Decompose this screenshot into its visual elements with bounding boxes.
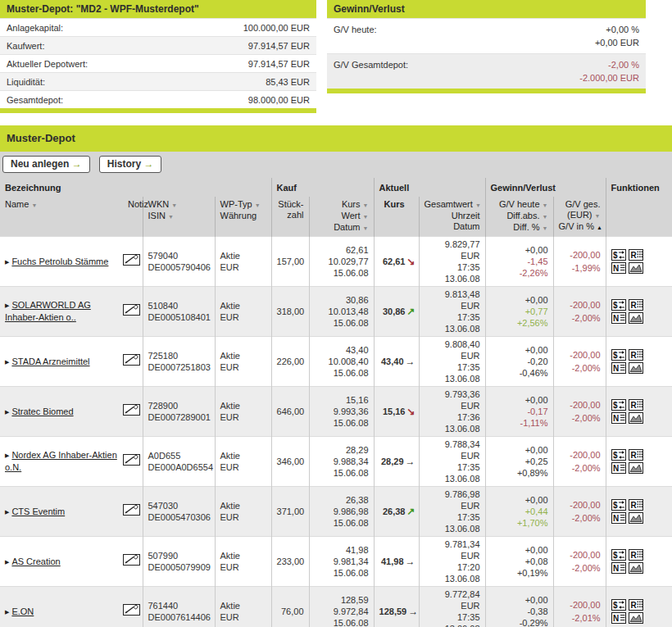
order-icon[interactable]: $ <box>611 499 626 511</box>
news-icon[interactable]: N <box>611 512 626 524</box>
order-icon[interactable]: $ <box>611 249 626 261</box>
chart-icon[interactable] <box>629 512 643 524</box>
realtime-quote-icon[interactable]: R <box>629 549 643 561</box>
position-row: ▶Fuchs Petrolub Stämme 579040 DE00057904… <box>0 237 672 287</box>
col-header-wptyp[interactable]: WP-Typ ▼ Währung <box>215 197 271 237</box>
note-edit-icon[interactable] <box>123 454 141 469</box>
chart-icon[interactable] <box>629 612 643 624</box>
col-header-stueckzahl: Stück- zahl <box>271 197 309 237</box>
wp-typ: Aktie <box>220 500 266 511</box>
new-depot-button[interactable]: Neu anlegen → <box>2 156 90 173</box>
note-edit-icon[interactable] <box>123 604 141 619</box>
news-icon[interactable]: N <box>611 412 626 424</box>
position-row: ▶STADA Arzneimittel 725180 DE0007251803 … <box>0 337 672 387</box>
svg-text:N: N <box>613 464 619 473</box>
realtime-quote-icon[interactable]: R <box>629 499 643 511</box>
order-icon[interactable]: $ <box>611 449 626 461</box>
order-icon[interactable]: $ <box>611 549 626 561</box>
col-header-gesamtwert[interactable]: Gesamtwert ▼ Uhrzeit Datum <box>419 197 485 237</box>
chart-icon[interactable] <box>629 462 643 474</box>
realtime-quote-icon[interactable]: R <box>629 599 643 611</box>
note-edit-icon[interactable] <box>123 254 141 269</box>
col-header-gv-heute[interactable]: G/V heute ▼ Diff.abs. ▼ Diff. % ▼ <box>485 197 553 237</box>
depot-summary-panel: Muster-Depot: "MD2 - WPF-Musterdepot" An… <box>0 0 316 113</box>
news-icon[interactable]: N <box>611 462 626 474</box>
diff-abs: +0,77 <box>491 306 548 317</box>
expand-caret-icon[interactable]: ▶ <box>5 452 9 458</box>
stueckzahl: 226,00 <box>271 337 309 387</box>
col-header-gv-ges[interactable]: G/V ges. (EUR) ▼ G/V in % ▲ <box>553 197 606 237</box>
uhrzeit: 17:35 <box>425 261 480 273</box>
news-icon[interactable]: N <box>611 612 626 624</box>
news-icon[interactable]: N <box>611 262 626 274</box>
realtime-quote-icon[interactable]: R <box>629 299 643 311</box>
positions-table: Bezeichnung Kauf Aktuell Gewinn/Verlust … <box>0 178 672 627</box>
chart-icon[interactable] <box>629 362 643 374</box>
position-link[interactable]: SOLARWORLD AG Inhaber-Aktien o.. <box>5 300 91 322</box>
gain-loss-label: G/V Gesamtdepot: <box>334 58 408 84</box>
order-icon[interactable]: $ <box>611 599 626 611</box>
wkn: 510840 <box>148 300 210 311</box>
expand-caret-icon[interactable]: ▶ <box>5 359 9 365</box>
realtime-quote-icon[interactable]: R <box>629 249 643 261</box>
svg-text:R: R <box>630 451 637 460</box>
kurs-aktuell: 30,86 <box>383 307 406 316</box>
order-icon[interactable]: $ <box>611 349 626 361</box>
note-edit-icon[interactable] <box>123 404 141 419</box>
kauf-wert: 10.029,77 <box>315 256 369 267</box>
chart-icon[interactable] <box>629 262 643 274</box>
wp-typ: Aktie <box>220 250 266 261</box>
position-link[interactable]: CTS Eventim <box>11 507 65 516</box>
news-icon[interactable]: N <box>611 562 626 574</box>
position-link[interactable]: STADA Arzneimittel <box>11 357 89 366</box>
col-header-kauf-kurs[interactable]: Kurs ▼ Wert ▼ Datum ▼ <box>309 197 374 237</box>
position-link[interactable]: AS Creation <box>11 557 60 566</box>
kauf-datum: 15.06.08 <box>315 367 369 379</box>
expand-caret-icon[interactable]: ▶ <box>5 259 9 265</box>
kauf-wert: 9.972,84 <box>315 606 369 617</box>
position-link[interactable]: Fuchs Petrolub Stämme <box>11 257 108 266</box>
position-link[interactable]: Stratec Biomed <box>11 407 73 416</box>
gain-loss-amount: -2.000,00 EUR <box>579 71 639 84</box>
history-button[interactable]: History → <box>99 156 162 173</box>
realtime-quote-icon[interactable]: R <box>629 349 643 361</box>
stueckzahl: 76,00 <box>271 587 309 627</box>
chart-icon[interactable] <box>629 562 643 574</box>
chart-icon[interactable] <box>629 412 643 424</box>
note-edit-icon[interactable] <box>123 304 141 319</box>
kauf-datum: 15.06.08 <box>315 467 369 479</box>
datum: 13.06.08 <box>425 273 480 284</box>
col-header-wkn-isin[interactable]: WKN ▼ ISIN ▼ <box>143 197 215 237</box>
realtime-quote-icon[interactable]: R <box>629 449 643 461</box>
news-icon[interactable]: N <box>611 312 626 324</box>
expand-caret-icon[interactable]: ▶ <box>5 509 9 515</box>
expand-caret-icon[interactable]: ▶ <box>5 302 9 308</box>
news-icon[interactable]: N <box>611 362 626 374</box>
gv-ges-pct: -1,99% <box>559 261 601 275</box>
svg-text:R: R <box>630 401 637 410</box>
summary-row: Gesamtdepot: 98.000,00 EUR <box>0 90 316 108</box>
gesamtwert: 9.793,36 EUR <box>425 388 480 411</box>
expand-caret-icon[interactable]: ▶ <box>5 559 9 565</box>
isin: DE0007614406 <box>148 611 210 623</box>
col-header-name[interactable]: Name ▼ <box>0 197 123 237</box>
note-edit-icon[interactable] <box>123 504 141 519</box>
position-link[interactable]: Nordex AG Inhaber-Aktien o.N. <box>5 450 117 472</box>
position-link[interactable]: E.ON <box>11 607 34 616</box>
note-edit-icon[interactable] <box>123 354 141 369</box>
chart-icon[interactable] <box>629 312 643 324</box>
diff-pct: -2,26% <box>491 267 548 279</box>
sort-desc-icon: ▼ <box>363 214 369 220</box>
expand-caret-icon[interactable]: ▶ <box>5 409 9 415</box>
uhrzeit: 17:35 <box>425 611 480 623</box>
wkn: 761440 <box>148 600 210 611</box>
note-edit-icon[interactable] <box>123 554 141 569</box>
realtime-quote-icon[interactable]: R <box>629 399 643 411</box>
waehrung: EUR <box>220 611 266 623</box>
expand-caret-icon[interactable]: ▶ <box>5 609 9 615</box>
svg-text:R: R <box>630 251 637 260</box>
kauf-wert: 9.993,36 <box>315 406 369 417</box>
order-icon[interactable]: $ <box>611 299 626 311</box>
order-icon[interactable]: $ <box>611 399 626 411</box>
sort-desc-icon: ▼ <box>31 202 37 208</box>
